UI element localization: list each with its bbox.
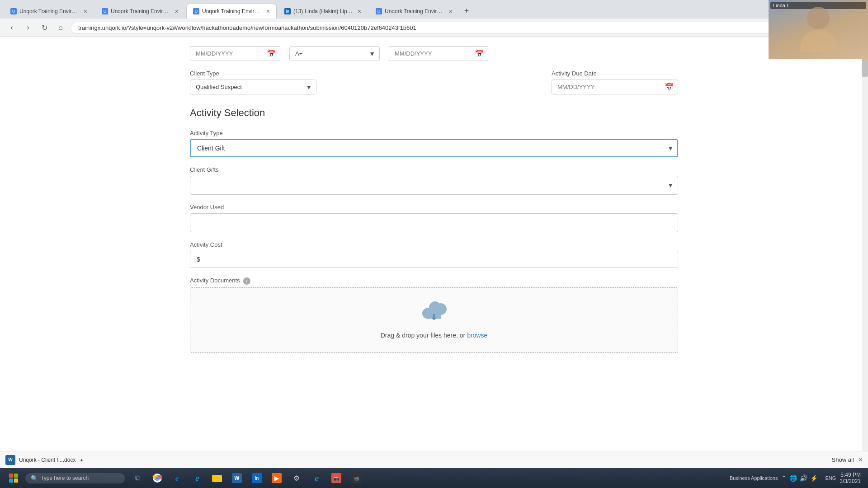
activity-due-label: Activity Due Date: [552, 70, 678, 77]
scrollbar-track[interactable]: [862, 41, 868, 371]
browse-link[interactable]: browse: [467, 332, 487, 339]
activity-type-section: Activity Type Client Gift Meeting Call E…: [190, 130, 678, 157]
client-type-label: Client Type: [190, 70, 316, 77]
client-gifts-label: Client Gifts: [190, 166, 678, 173]
activity-docs-section: Activity Documents i Drag & drop your fi…: [190, 277, 678, 353]
client-type-select[interactable]: Qualified Suspect Prospect Client: [190, 80, 316, 94]
tab-1[interactable]: U Unqork Training Environment ×: [4, 4, 94, 19]
client-gifts-group: Client Gifts ▼: [190, 166, 678, 195]
cloud-upload-icon: [420, 301, 448, 328]
main-content: 📅 A+ A B C ▼ 📅 Client Type: [108, 37, 760, 371]
vendor-used-input[interactable]: [190, 213, 678, 232]
address-text: trainingx.unqork.io/?style=unqork-v2#/wo…: [78, 24, 416, 31]
right-date-wrapper: 📅: [389, 46, 488, 61]
browser-chrome: U Unqork Training Environment × U Unqork…: [0, 0, 868, 37]
video-overlay: Linda L: [769, 0, 868, 59]
activity-cost-wrapper: $: [190, 251, 678, 268]
vendor-used-label: Vendor Used: [190, 204, 678, 211]
client-type-row: Client Type Qualified Suspect Prospect C…: [190, 70, 678, 94]
video-person-bg: Linda L: [769, 0, 868, 59]
upload-area[interactable]: Drag & drop your files here, or browse: [190, 287, 678, 353]
tab-4-close[interactable]: ×: [358, 8, 361, 15]
new-tab-button[interactable]: +: [460, 5, 473, 18]
tab-1-close[interactable]: ×: [84, 8, 87, 15]
client-gifts-select-wrapper: ▼: [190, 176, 678, 195]
home-button[interactable]: ⌂: [54, 21, 67, 34]
tab-3[interactable]: U Unqork Training Environment ×: [186, 4, 277, 19]
grade-select[interactable]: A+ A B C: [289, 46, 380, 61]
right-date-input[interactable]: [389, 46, 488, 61]
tab-2[interactable]: U Unqork Training Environment ×: [95, 4, 185, 19]
activity-type-label: Activity Type: [190, 130, 678, 136]
activity-due-icon[interactable]: 📅: [665, 83, 674, 91]
tab-3-close[interactable]: ×: [266, 8, 270, 15]
activity-type-select-wrapper: Client Gift Meeting Call Email ▼: [190, 139, 678, 157]
forward-button[interactable]: ›: [22, 21, 34, 34]
grade-select-wrapper: A+ A B C ▼: [289, 46, 380, 61]
tab-4-title: (13) Linda (Hakim) Lipovetsky, C...: [293, 8, 353, 14]
activity-type-select[interactable]: Client Gift Meeting Call Email: [190, 139, 678, 157]
right-date-group: 📅: [389, 46, 488, 61]
activity-type-group: Activity Type Client Gift Meeting Call E…: [190, 130, 678, 157]
vendor-used-section: Vendor Used: [190, 204, 678, 232]
activity-due-wrapper: 📅: [552, 80, 678, 94]
tab-1-title: Unqork Training Environment: [19, 8, 79, 14]
address-bar-row: ‹ › ↻ ⌂ trainingx.unqork.io/?style=unqor…: [0, 19, 868, 37]
reload-button[interactable]: ↻: [38, 21, 51, 34]
client-type-select-wrapper: Qualified Suspect Prospect Client ▼: [190, 80, 316, 94]
client-gifts-select[interactable]: [190, 176, 678, 195]
top-date-wrapper: 📅: [190, 46, 280, 61]
activity-due-group: Activity Due Date 📅: [552, 70, 678, 94]
activity-docs-info-icon[interactable]: i: [243, 277, 250, 285]
vendor-used-group: Vendor Used: [190, 204, 678, 232]
tab-2-close[interactable]: ×: [175, 8, 179, 15]
upload-text: Drag & drop your files here, or browse: [381, 332, 488, 339]
activity-docs-label: Activity Documents i: [190, 277, 678, 285]
cost-prefix: $: [190, 251, 205, 267]
address-bar[interactable]: trainingx.unqork.io/?style=unqork-v2#/wo…: [71, 22, 863, 34]
top-row: 📅 A+ A B C ▼ 📅: [190, 46, 678, 61]
tab-3-title: Unqork Training Environment: [202, 8, 262, 14]
grade-group: A+ A B C ▼: [289, 46, 380, 61]
top-date-group: 📅: [190, 46, 280, 61]
tab-bar: U Unqork Training Environment × U Unqork…: [0, 0, 868, 19]
tab-4[interactable]: in (13) Linda (Hakim) Lipovetsky, C... ×: [278, 4, 368, 19]
activity-docs-group: Activity Documents i Drag & drop your fi…: [190, 277, 678, 353]
back-button[interactable]: ‹: [5, 21, 18, 34]
activity-cost-section: Activity Cost $: [190, 241, 678, 268]
activity-cost-label: Activity Cost: [190, 241, 678, 248]
tab-5[interactable]: U Unqork Training Environment ×: [369, 4, 459, 19]
client-gifts-section: Client Gifts ▼: [190, 166, 678, 195]
activity-cost-group: Activity Cost $: [190, 241, 678, 268]
section-heading: Activity Selection: [190, 107, 678, 119]
tab-5-title: Unqork Training Environment: [385, 8, 444, 14]
right-date-icon[interactable]: 📅: [475, 49, 484, 58]
top-date-icon[interactable]: 📅: [267, 49, 276, 58]
tab-2-title: Unqork Training Environment: [111, 8, 170, 14]
client-type-group: Client Type Qualified Suspect Prospect C…: [190, 70, 316, 94]
tab-5-close[interactable]: ×: [449, 8, 453, 15]
activity-due-input[interactable]: [552, 80, 678, 94]
activity-cost-input[interactable]: [205, 251, 678, 267]
